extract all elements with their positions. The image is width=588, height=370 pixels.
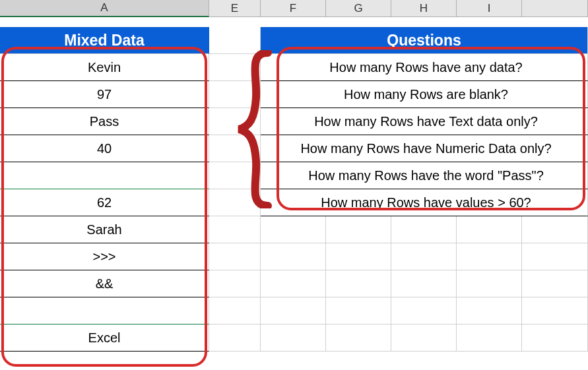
cell-blank[interactable] [522, 243, 588, 270]
cell-blank[interactable] [457, 270, 522, 297]
questions-header[interactable]: Questions [261, 27, 588, 54]
cell-blank[interactable] [391, 243, 457, 270]
cell-blank[interactable] [209, 243, 261, 270]
cell-blank[interactable] [326, 324, 391, 352]
question-row[interactable]: How many Rows have the word "Pass"? [261, 162, 588, 189]
cell-blank[interactable] [457, 216, 522, 243]
cell-blank[interactable] [209, 108, 261, 135]
column-header-h[interactable]: H [391, 0, 457, 17]
mixed-data-row[interactable]: 62 [0, 189, 209, 216]
mixed-data-row[interactable]: >>> [0, 243, 209, 270]
question-row[interactable]: How many Rows have values > 60? [261, 189, 588, 216]
cell-blank[interactable] [209, 270, 261, 297]
cell-blank[interactable] [391, 216, 457, 243]
cell-blank[interactable] [522, 297, 588, 324]
mixed-data-row[interactable] [0, 162, 209, 189]
cell-blank[interactable] [209, 216, 261, 243]
cell-blank[interactable] [457, 324, 522, 352]
spreadsheet-grid: A E F G H I Mixed Data Questions Kevin H… [0, 0, 588, 352]
cell-blank[interactable] [261, 243, 326, 270]
cell-blank[interactable] [522, 270, 588, 297]
column-header-blank[interactable] [522, 0, 588, 17]
cell-blank[interactable] [326, 297, 391, 324]
mixed-data-row[interactable]: && [0, 270, 209, 297]
cell-blank[interactable] [261, 324, 326, 352]
cell-blank[interactable] [261, 270, 326, 297]
cell-blank[interactable] [261, 297, 326, 324]
cell-blank[interactable] [209, 324, 261, 352]
cell-e2[interactable] [209, 27, 261, 54]
mixed-data-row[interactable]: Excel [0, 324, 209, 352]
column-header-f[interactable]: F [261, 0, 326, 17]
cell-blank[interactable] [209, 189, 261, 216]
mixed-data-header[interactable]: Mixed Data [0, 27, 209, 54]
cell-blank[interactable] [209, 81, 261, 108]
cell-blank[interactable] [209, 135, 261, 162]
cell-blank[interactable] [326, 216, 391, 243]
mixed-data-row[interactable]: 97 [0, 81, 209, 108]
cell-blank[interactable] [209, 162, 261, 189]
cell-blank[interactable] [261, 216, 326, 243]
question-row[interactable]: How many Rows are blank? [261, 81, 588, 108]
mixed-data-row[interactable]: Sarah [0, 216, 209, 243]
cell-blank[interactable] [522, 216, 588, 243]
column-header-g[interactable]: G [326, 0, 391, 17]
mixed-data-row[interactable]: 40 [0, 135, 209, 162]
mixed-data-row[interactable]: Pass [0, 108, 209, 135]
column-header-e[interactable]: E [209, 0, 261, 17]
cell-blank[interactable] [209, 297, 261, 324]
cell-blank[interactable] [209, 54, 261, 81]
cell-blank[interactable] [391, 270, 457, 297]
question-row[interactable]: How many Rows have Numeric Data only? [261, 135, 588, 162]
cell-blank[interactable] [457, 297, 522, 324]
cell-blank[interactable] [391, 297, 457, 324]
mixed-data-row[interactable]: Kevin [0, 54, 209, 81]
cell-blank[interactable] [326, 270, 391, 297]
column-header-i[interactable]: I [457, 0, 522, 17]
cell-blank[interactable] [457, 243, 522, 270]
mixed-data-row[interactable] [0, 297, 209, 324]
cell-blank[interactable] [522, 324, 588, 352]
cell-blank[interactable] [326, 243, 391, 270]
question-row[interactable]: How many Rows have Text data only? [261, 108, 588, 135]
question-row[interactable]: How many Rows have any data? [261, 54, 588, 81]
column-header-a[interactable]: A [0, 0, 209, 17]
cell-blank[interactable] [391, 324, 457, 352]
